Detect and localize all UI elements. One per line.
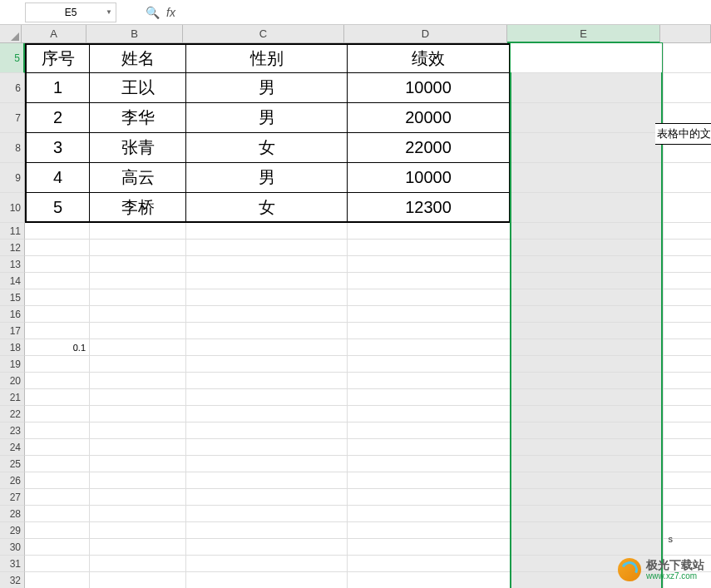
cell-11[interactable] — [664, 223, 711, 240]
cell-B13[interactable] — [90, 256, 186, 273]
cell-B31[interactable] — [90, 556, 186, 572]
row-header-7[interactable]: 7 — [0, 103, 25, 133]
cell-15[interactable] — [664, 289, 711, 306]
cell-B21[interactable] — [90, 389, 186, 406]
cell-E22[interactable] — [511, 406, 664, 422]
cell-E20[interactable] — [511, 373, 664, 389]
row-header-5[interactable]: 5 — [0, 43, 25, 73]
cell-B7[interactable]: 李华 — [90, 103, 186, 133]
cell-D15[interactable] — [348, 289, 511, 306]
cell-B26[interactable] — [90, 472, 186, 489]
cell-9[interactable] — [664, 163, 711, 193]
cell-C13[interactable] — [186, 256, 348, 273]
cell-A20[interactable] — [25, 373, 90, 389]
cell-19[interactable] — [664, 356, 711, 373]
cell-6[interactable] — [664, 73, 711, 103]
cell-B29[interactable] — [90, 522, 186, 539]
cell-B24[interactable] — [90, 439, 186, 456]
cell-A18[interactable]: 0.1 — [25, 339, 90, 356]
cell-A11[interactable] — [25, 223, 90, 240]
row-header-26[interactable]: 26 — [0, 472, 25, 489]
cell-C10[interactable]: 女 — [186, 193, 348, 223]
column-header-A[interactable]: A — [22, 25, 86, 43]
row-header-19[interactable]: 19 — [0, 356, 25, 373]
cell-D12[interactable] — [348, 240, 511, 256]
cell-E15[interactable] — [511, 289, 664, 306]
active-cell[interactable] — [511, 43, 662, 72]
cell-A19[interactable] — [25, 356, 90, 373]
cell-C19[interactable] — [186, 356, 348, 373]
cell-C22[interactable] — [186, 406, 348, 422]
cell-D7[interactable]: 20000 — [348, 103, 511, 133]
row-header-10[interactable]: 10 — [0, 193, 25, 223]
cell-B15[interactable] — [90, 289, 186, 306]
cell-D16[interactable] — [348, 306, 511, 323]
cell-D17[interactable] — [348, 323, 511, 339]
cell-E8[interactable] — [511, 133, 664, 163]
column-header-E[interactable]: E — [507, 25, 660, 43]
cell-A9[interactable]: 4 — [25, 163, 90, 193]
cell-C32[interactable] — [186, 572, 348, 588]
row-header-29[interactable]: 29 — [0, 522, 25, 539]
cell-A5[interactable]: 序号 — [25, 43, 90, 73]
cell-A26[interactable] — [25, 472, 90, 489]
cell-D21[interactable] — [348, 389, 511, 406]
cell-B8[interactable]: 张青 — [90, 133, 186, 163]
cell-E30[interactable] — [511, 539, 664, 556]
cell-E28[interactable] — [511, 506, 664, 522]
cell-B5[interactable]: 姓名 — [90, 43, 186, 73]
row-header-14[interactable]: 14 — [0, 273, 25, 289]
cell-A8[interactable]: 3 — [25, 133, 90, 163]
row-header-15[interactable]: 15 — [0, 289, 25, 306]
cell-A30[interactable] — [25, 539, 90, 556]
cell-C5[interactable]: 性别 — [186, 43, 348, 73]
column-header-extra[interactable] — [660, 25, 711, 43]
cell-C16[interactable] — [186, 306, 348, 323]
cell-C11[interactable] — [186, 223, 348, 240]
cell-12[interactable] — [664, 240, 711, 256]
row-header-17[interactable]: 17 — [0, 323, 25, 339]
cell-B25[interactable] — [90, 456, 186, 472]
cell-D24[interactable] — [348, 439, 511, 456]
cell-A14[interactable] — [25, 273, 90, 289]
cell-16[interactable] — [664, 306, 711, 323]
cells-area[interactable]: 序号姓名性别绩效1王以男100002李华男200003张青女220004高云男1… — [25, 43, 711, 588]
cell-B14[interactable] — [90, 273, 186, 289]
cell-A32[interactable] — [25, 572, 90, 588]
cell-A10[interactable]: 5 — [25, 193, 90, 223]
cell-A21[interactable] — [25, 389, 90, 406]
cell-E16[interactable] — [511, 306, 664, 323]
cell-17[interactable] — [664, 323, 711, 339]
cell-B30[interactable] — [90, 539, 186, 556]
row-header-25[interactable]: 25 — [0, 456, 25, 472]
cell-B11[interactable] — [90, 223, 186, 240]
cell-E29[interactable] — [511, 522, 664, 539]
cell-C24[interactable] — [186, 439, 348, 456]
cell-C26[interactable] — [186, 472, 348, 489]
cell-E23[interactable] — [511, 422, 664, 439]
cell-B19[interactable] — [90, 356, 186, 373]
cell-E25[interactable] — [511, 456, 664, 472]
cell-B28[interactable] — [90, 506, 186, 522]
cell-20[interactable] — [664, 373, 711, 389]
cell-D6[interactable]: 10000 — [348, 73, 511, 103]
cell-E12[interactable] — [511, 240, 664, 256]
cell-E26[interactable] — [511, 472, 664, 489]
column-header-D[interactable]: D — [344, 25, 507, 43]
cell-D13[interactable] — [348, 256, 511, 273]
cell-C17[interactable] — [186, 323, 348, 339]
cell-C15[interactable] — [186, 289, 348, 306]
cell-C27[interactable] — [186, 489, 348, 506]
cell-E14[interactable] — [511, 273, 664, 289]
cell-B22[interactable] — [90, 406, 186, 422]
cell-A27[interactable] — [25, 489, 90, 506]
row-header-32[interactable]: 32 — [0, 572, 25, 588]
row-header-16[interactable]: 16 — [0, 306, 25, 323]
cell-D31[interactable] — [348, 556, 511, 572]
cell-C23[interactable] — [186, 422, 348, 439]
cell-E18[interactable] — [511, 339, 664, 356]
cell-D26[interactable] — [348, 472, 511, 489]
cell-A6[interactable]: 1 — [25, 73, 90, 103]
cell-C30[interactable] — [186, 539, 348, 556]
cell-C14[interactable] — [186, 273, 348, 289]
